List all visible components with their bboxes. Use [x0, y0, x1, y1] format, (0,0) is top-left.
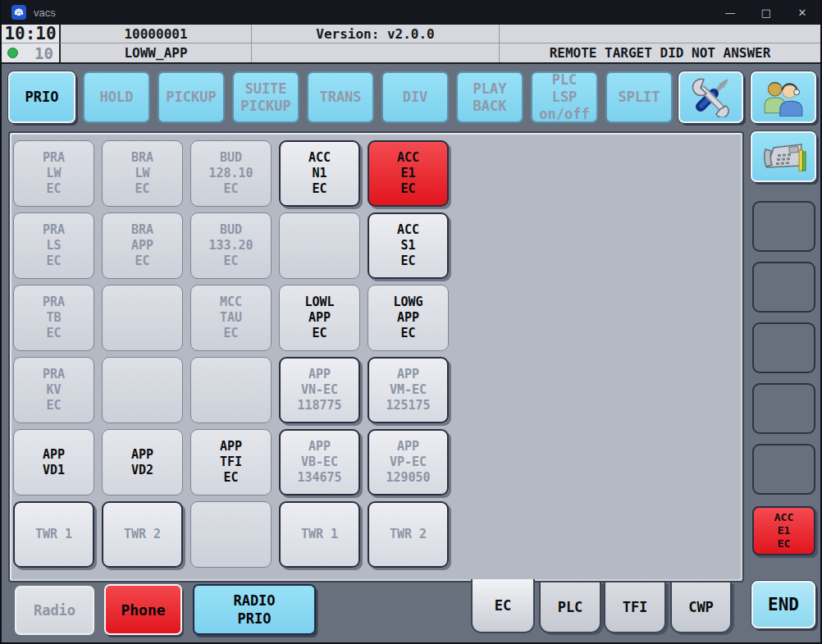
session-count: 10 — [34, 44, 53, 62]
status-empty-cell — [252, 43, 500, 62]
da-key[interactable] — [102, 357, 183, 423]
empty-da-slot — [752, 322, 815, 373]
headset-app-icon — [11, 5, 26, 20]
station-id: 10000001 — [61, 25, 252, 43]
toolbar-button[interactable]: PLCLSPon/off — [531, 71, 598, 123]
phone-mode-button[interactable]: Phone — [104, 584, 182, 635]
window-title: vacs — [34, 7, 56, 19]
settings-tools-button[interactable] — [678, 71, 743, 123]
da-key[interactable]: TWR 1 — [279, 501, 360, 568]
da-key[interactable]: LOWGAPPEC — [368, 285, 449, 351]
empty-da-slot — [752, 383, 815, 434]
maximize-button[interactable]: □ — [748, 0, 784, 25]
da-key[interactable]: BRAAPPEC — [102, 212, 183, 279]
phone-directory-icon — [760, 138, 806, 176]
da-key[interactable]: LOWLAPPEC — [279, 285, 360, 351]
da-key[interactable]: PRALSEC — [13, 212, 94, 279]
toolbar-button[interactable]: PRIO — [8, 71, 75, 123]
da-key[interactable]: ACCS1EC — [368, 212, 449, 279]
toolbar-button[interactable]: TRANS — [307, 71, 374, 123]
active-call-button[interactable]: ACC E1 EC — [752, 506, 815, 555]
da-grid: PRALWEC BRALWEC BUD128.10EC ACCN1EC ACCE… — [13, 140, 449, 568]
da-key[interactable] — [190, 501, 272, 568]
vacs-window: vacs — □ ✕ 10:10 10000001 Version: v2.0.… — [0, 0, 822, 644]
callsign: LOWW_APP — [61, 43, 252, 62]
da-key[interactable]: PRATBEC — [13, 285, 94, 351]
two-people-icon — [761, 79, 806, 116]
empty-da-slot — [752, 262, 815, 313]
empty-da-slot — [752, 444, 815, 495]
radio-mode-button[interactable]: Radio — [15, 586, 94, 635]
page-tab[interactable]: PLC — [539, 582, 601, 633]
empty-da-slot — [752, 201, 815, 252]
toolbar-button[interactable]: PLAYBACK — [456, 71, 523, 123]
status-spacer — [500, 25, 820, 43]
status-bar: 10:10 10000001 Version: v2.0.0 10 LOWW_A… — [2, 25, 820, 64]
toolbar-button[interactable]: PICKUP — [158, 71, 225, 123]
radio-prio-button[interactable]: RADIO PRIO — [193, 584, 316, 635]
status-message: REMOTE TARGET DID NOT ANSWER — [500, 43, 820, 62]
da-key[interactable]: APPVD2 — [102, 429, 183, 496]
page-tab[interactable]: TFI — [604, 582, 666, 633]
intercom-users-button[interactable] — [751, 71, 816, 123]
close-button[interactable]: ✕ — [784, 0, 820, 25]
da-key[interactable]: TWR 1 — [13, 501, 94, 568]
window-controls: — □ ✕ — [712, 0, 820, 25]
da-key[interactable]: APPTFIEC — [190, 429, 272, 496]
da-key[interactable]: APPVB-EC134675 — [279, 429, 360, 496]
page-tab[interactable]: EC — [471, 579, 535, 633]
da-key[interactable]: APPVD1 — [13, 429, 94, 496]
wrench-screwdriver-icon — [690, 78, 733, 117]
da-key[interactable]: APPVP-EC129050 — [368, 429, 449, 496]
da-key[interactable] — [102, 285, 183, 351]
da-key[interactable]: APPVN-EC118775 — [279, 357, 360, 423]
da-key[interactable]: MCCTAUEC — [190, 285, 272, 351]
toolbar-button[interactable]: DIV — [381, 71, 449, 123]
da-key[interactable]: BUD133.20EC — [190, 212, 272, 279]
toolbar-button[interactable]: HOLD — [83, 71, 150, 123]
toolbar: PRIO HOLD PICKUP SUITEPICKUP TRANS DIV P… — [8, 71, 673, 123]
da-key[interactable]: PRAKVEC — [13, 357, 94, 423]
da-key[interactable]: TWR 2 — [368, 501, 449, 568]
da-key[interactable]: BRALWEC — [102, 140, 183, 207]
green-dot-icon — [7, 48, 18, 58]
da-key[interactable]: BUD128.10EC — [190, 140, 272, 207]
page-tab[interactable]: CWP — [670, 582, 732, 633]
da-key[interactable]: PRALWEC — [13, 140, 94, 207]
end-call-button[interactable]: END — [751, 581, 815, 628]
toolbar-button[interactable]: SUITEPICKUP — [232, 71, 299, 123]
da-key[interactable]: ACCE1EC — [368, 140, 449, 207]
toolbar-button[interactable]: SPLIT — [605, 71, 673, 123]
titlebar: vacs — □ ✕ — [2, 0, 820, 25]
session-count-cell: 10 — [2, 43, 61, 62]
da-key[interactable]: TWR 2 — [102, 501, 183, 568]
da-key[interactable] — [190, 357, 272, 423]
phone-directory-button[interactable] — [751, 131, 816, 182]
da-key[interactable]: APPVM-EC125175 — [368, 357, 449, 423]
da-key[interactable]: ACCN1EC — [279, 140, 360, 207]
clock: 10:10 — [2, 25, 61, 43]
minimize-button[interactable]: — — [712, 0, 748, 25]
version-label: Version: v2.0.0 — [252, 25, 500, 43]
da-key[interactable] — [279, 212, 360, 279]
